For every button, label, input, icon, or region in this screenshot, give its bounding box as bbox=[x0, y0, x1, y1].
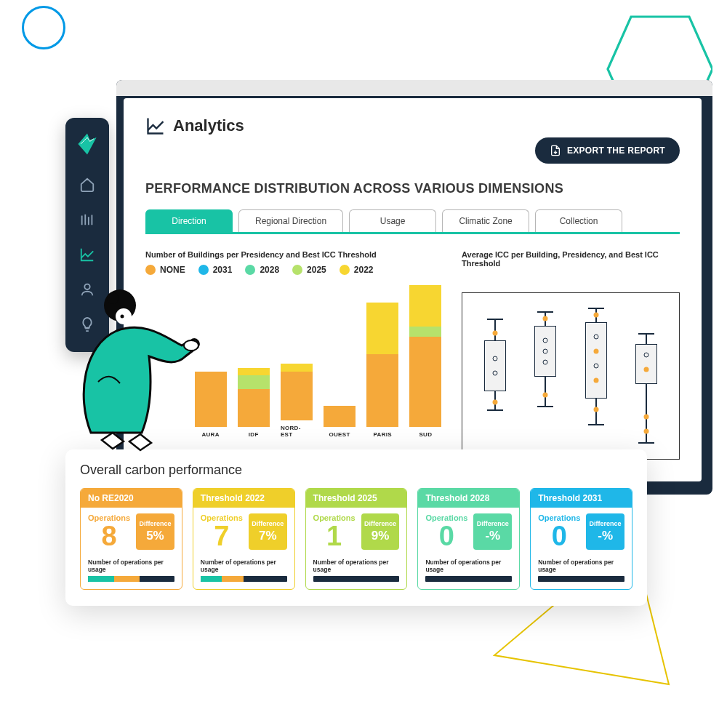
kpi-operations-value: 7 bbox=[214, 522, 229, 550]
app-logo bbox=[74, 131, 100, 157]
bar-ouest: OUEST bbox=[324, 406, 356, 438]
legend-item: NONE bbox=[145, 265, 185, 275]
tab-climatic-zone[interactable]: Climatic Zone bbox=[442, 209, 529, 232]
kpi-footer: Number of operations per usage bbox=[81, 559, 182, 573]
bar-category-label: OUEST bbox=[329, 431, 350, 438]
legend-swatch bbox=[198, 265, 209, 275]
dimension-tabs: DirectionRegional DirectionUsageClimatic… bbox=[145, 209, 680, 234]
nav-home[interactable] bbox=[73, 170, 102, 199]
kpi-title: Threshold 2031 bbox=[531, 489, 632, 508]
bar-chart-caption: Number of Buildings per Presidency and B… bbox=[145, 250, 447, 259]
kpi-row: No RE2020Operations8Difference5%Number o… bbox=[80, 488, 632, 590]
legend-item: 2022 bbox=[340, 265, 374, 275]
kpi-card: Threshold 2028Operations0Difference-%Num… bbox=[417, 488, 520, 590]
boxplot-column bbox=[578, 300, 614, 452]
kpi-difference-label: Difference bbox=[477, 520, 509, 527]
bar-category-label: SUD bbox=[419, 431, 432, 438]
legend-label: 2025 bbox=[307, 265, 326, 275]
bar-category-label: NORD-EST bbox=[281, 425, 313, 438]
bar-segment bbox=[366, 303, 398, 354]
kpi-title: Threshold 2028 bbox=[418, 489, 519, 508]
boxplot-column bbox=[527, 300, 563, 452]
bar-idf: IDF bbox=[238, 368, 270, 438]
boxplot-caption: Average ICC per Building, Presidency, an… bbox=[462, 250, 680, 268]
bar-category-label: IDF bbox=[249, 431, 259, 438]
kpi-card: Threshold 2022Operations7Difference7%Num… bbox=[193, 488, 295, 590]
bar-category-label: PARIS bbox=[374, 431, 392, 438]
legend-label: 2028 bbox=[260, 265, 279, 275]
page-title: Analytics bbox=[173, 116, 244, 135]
export-label: EXPORT THE REPORT bbox=[567, 145, 665, 156]
tab-regional-direction[interactable]: Regional Direction bbox=[238, 209, 343, 232]
nav-ideas[interactable] bbox=[73, 310, 102, 339]
section-title: PERFORMANCE DISTRIBUTION ACROSS VARIOUS … bbox=[145, 181, 680, 196]
analytics-panel: Analytics EXPORT THE REPORT PERFORMANCE … bbox=[124, 98, 702, 481]
kpi-difference-label: Difference bbox=[590, 520, 622, 527]
kpi-usage-bar bbox=[425, 576, 512, 582]
bar-segment bbox=[409, 337, 441, 427]
kpi-title: Threshold 2022 bbox=[193, 489, 294, 508]
kpi-card: Threshold 2031Operations0Difference-%Num… bbox=[530, 488, 632, 590]
bar-paris: PARIS bbox=[366, 303, 398, 438]
legend-label: 2031 bbox=[213, 265, 233, 275]
boxplot-chart bbox=[462, 292, 680, 460]
bar-segment bbox=[409, 327, 441, 337]
kpi-usage-bar bbox=[538, 576, 624, 582]
bar-segment bbox=[238, 368, 270, 375]
bar-nord-est: NORD-EST bbox=[281, 364, 313, 438]
carbon-performance-card: Overall carbon performance No RE2020Oper… bbox=[65, 449, 647, 606]
bar-segment bbox=[238, 375, 270, 389]
kpi-difference-value: 7% bbox=[259, 529, 277, 543]
legend-item: 2031 bbox=[198, 265, 233, 275]
kpi-footer: Number of operations per usage bbox=[418, 559, 519, 573]
svg-point-3 bbox=[84, 284, 89, 289]
bar-segment bbox=[281, 364, 313, 372]
bar-segment bbox=[281, 372, 313, 420]
legend-item: 2025 bbox=[292, 265, 326, 275]
bar-segment bbox=[238, 389, 270, 427]
kpi-difference-value: 9% bbox=[371, 529, 390, 543]
tab-usage[interactable]: Usage bbox=[349, 209, 436, 232]
legend-swatch bbox=[145, 265, 156, 275]
legend-item: 2028 bbox=[245, 265, 279, 275]
kpi-operations-value: 1 bbox=[326, 522, 342, 550]
decorative-circle bbox=[22, 6, 65, 49]
tab-collection[interactable]: Collection bbox=[535, 209, 622, 232]
boxplot-column bbox=[477, 300, 513, 452]
kpi-title: No RE2020 bbox=[81, 489, 182, 508]
kpi-title: Threshold 2025 bbox=[306, 489, 407, 508]
kpi-difference-label: Difference bbox=[252, 520, 284, 527]
kpi-difference-value: 5% bbox=[146, 529, 164, 543]
tab-direction[interactable]: Direction bbox=[145, 209, 233, 232]
analytics-icon bbox=[145, 116, 166, 136]
kpi-operations-value: 0 bbox=[552, 522, 567, 550]
legend-label: 2022 bbox=[354, 265, 374, 275]
kpi-footer: Number of operations per usage bbox=[531, 559, 632, 573]
bar-sud: SUD bbox=[409, 285, 441, 438]
kpi-footer: Number of operations per usage bbox=[193, 559, 294, 573]
nav-profile[interactable] bbox=[73, 275, 102, 304]
window-chrome-bar bbox=[116, 80, 712, 96]
export-report-button[interactable]: EXPORT THE REPORT bbox=[535, 137, 680, 164]
sidebar bbox=[65, 118, 109, 352]
bar-segment bbox=[324, 406, 356, 427]
kpi-difference-label: Difference bbox=[364, 520, 396, 527]
legend-swatch bbox=[292, 265, 302, 275]
bar-segment bbox=[195, 372, 227, 427]
kpi-difference-label: Difference bbox=[139, 520, 171, 527]
kpi-usage-bar bbox=[88, 576, 174, 582]
kpi-difference-value: -% bbox=[598, 529, 613, 543]
kpi-difference-value: -% bbox=[485, 529, 500, 543]
kpi-footer: Number of operations per usage bbox=[306, 559, 407, 573]
legend-swatch bbox=[245, 265, 255, 275]
kpi-card: Threshold 2025Operations1Difference9%Num… bbox=[305, 488, 408, 590]
chart-legend: NONE2031202820252022 bbox=[145, 265, 447, 275]
boxplot-column bbox=[628, 300, 664, 452]
bar-category-label: AURA bbox=[201, 431, 219, 438]
nav-analytics[interactable] bbox=[73, 240, 102, 269]
nav-library[interactable] bbox=[73, 205, 102, 234]
kpi-usage-bar bbox=[313, 576, 400, 582]
legend-label: NONE bbox=[160, 265, 185, 275]
carbon-title: Overall carbon performance bbox=[80, 463, 632, 478]
download-icon bbox=[550, 145, 561, 156]
